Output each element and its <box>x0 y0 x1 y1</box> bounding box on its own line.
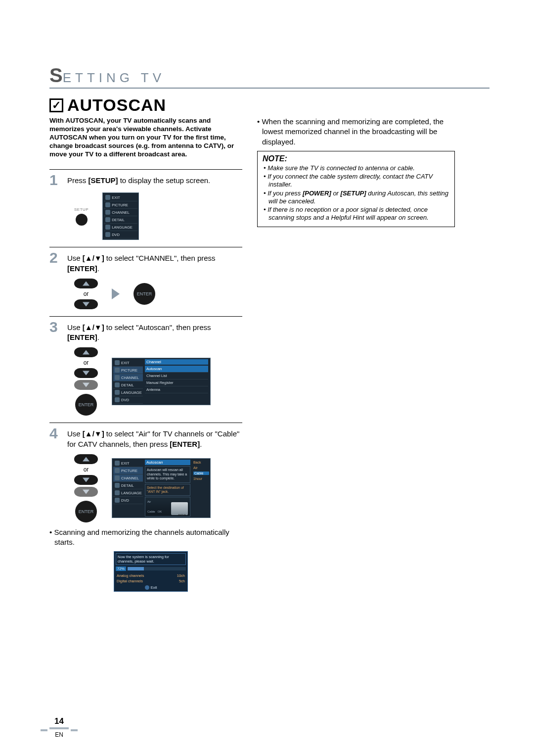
detail-icon <box>115 483 120 488</box>
osd-main-item: Autoscan <box>145 366 208 373</box>
up-down-buttons: or <box>74 279 98 309</box>
down-arrow-icon <box>74 475 98 485</box>
language-icon <box>105 225 110 230</box>
dvd-icon <box>105 232 110 237</box>
osd-info-text: Select the destination of "ANT IN" jack. <box>145 484 190 496</box>
osd-sidebar-item: DVD <box>113 497 143 504</box>
up-arrow-icon <box>74 347 98 357</box>
intro-text: With AUTOSCAN, your TV automatically sca… <box>49 117 242 158</box>
osd-main-item: Channel List <box>145 373 208 379</box>
section-title: SETTING TV <box>49 64 490 89</box>
osd-channel-menu: EXIT PICTURE CHANNEL DETAIL LANGUAGE DVD… <box>112 358 211 405</box>
page-footer: 14 EN <box>49 716 69 738</box>
osd-title: Channel <box>145 359 208 365</box>
enter-button-icon: ENTER <box>134 283 155 305</box>
progress-percent: 72% <box>116 567 126 571</box>
setup-label: SETUP <box>74 207 89 212</box>
page-number: 14 <box>49 716 69 729</box>
heading-row: ✓ AUTOSCAN <box>49 95 490 115</box>
osd-info-text: Autoscan will rescan all channels. This … <box>145 466 190 482</box>
detail-icon <box>105 217 110 222</box>
progress-message: Now the system is scanning for channels,… <box>116 553 186 565</box>
scan-progress-dialog: Now the system is scanning for channels,… <box>114 551 188 592</box>
osd-diagram: Air Cable OK ANT IN <box>145 497 190 517</box>
osd-sidebar-item: DVD <box>113 396 143 404</box>
picture-icon <box>115 368 120 373</box>
page-heading: AUTOSCAN <box>67 95 166 115</box>
osd-sidebar-item: PICTURE <box>113 467 143 474</box>
osd-item: CHANNEL <box>104 209 137 216</box>
note-list: Make sure the TV is connected to antenna… <box>263 164 449 222</box>
language-icon <box>115 490 120 495</box>
section-title-initial: S <box>49 64 63 86</box>
step-2: 2 Use [▲/▼] to select "CHANNEL", then pr… <box>49 247 242 309</box>
step-number: 3 <box>49 320 62 334</box>
up-arrow-icon <box>74 454 98 464</box>
osd-item: DETAIL <box>104 216 137 224</box>
step-4: 4 Use [▲/▼] to select "Air" for TV chann… <box>49 423 242 592</box>
osd-title: Autoscan <box>145 460 190 465</box>
or-label: or <box>84 290 89 297</box>
note-title: NOTE: <box>263 154 449 163</box>
step-1-text: Press [SETUP] to display the setup scree… <box>67 173 210 186</box>
channel-icon <box>115 475 120 480</box>
down-arrow-icon <box>74 380 98 390</box>
up-arrow-icon <box>74 279 98 288</box>
osd-autoscan-menu: EXIT PICTURE CHANNEL DETAIL LANGUAGE DVD… <box>112 458 211 518</box>
note-box: NOTE: Make sure the TV is connected to a… <box>257 151 455 227</box>
osd-sidebar-item: CHANNEL <box>113 374 143 381</box>
exit-row: Exit <box>116 584 186 590</box>
language-icon <box>115 390 120 395</box>
section-title-rest: ETTING TV <box>63 70 165 85</box>
exit-icon <box>145 585 149 590</box>
note-item: If there is no reception or a poor signa… <box>263 206 449 222</box>
step-number: 2 <box>49 250 62 265</box>
channel-icon <box>105 210 110 215</box>
dvd-icon <box>115 397 120 402</box>
step-number: 1 <box>49 173 62 188</box>
step-1: 1 Press [SETUP] to display the setup scr… <box>49 169 242 240</box>
step-4-text: Use [▲/▼] to select "Air" for TV channel… <box>67 426 242 449</box>
down-arrow-icon <box>74 487 98 497</box>
down-arrow-icon <box>74 299 98 309</box>
osd-item: LANGUAGE <box>104 224 137 231</box>
picture-icon <box>105 202 110 207</box>
step-number: 4 <box>49 426 62 441</box>
completion-text: When the scanning and memorizing are com… <box>262 117 455 147</box>
osd-sidebar-item: DETAIL <box>113 381 143 389</box>
osd-sidebar-item: EXIT <box>113 359 143 367</box>
exit-icon <box>115 461 120 466</box>
digital-channels-row: Digital channels 5ch <box>116 578 186 584</box>
progress-bar <box>128 567 186 570</box>
dvd-icon <box>115 498 120 503</box>
picture-icon <box>115 468 120 473</box>
step-2-text: Use [▲/▼] to select "CHANNEL", then pres… <box>67 250 242 274</box>
note-item: If you press [POWER] or [SETUP] during A… <box>263 189 449 206</box>
note-item: Make sure the TV is connected to antenna… <box>263 164 449 172</box>
checkbox-checked-icon: ✓ <box>49 98 63 112</box>
setup-button-graphic: SETUP <box>74 207 89 226</box>
osd-sidebar-item: LANGUAGE <box>113 489 143 497</box>
osd-item: DVD <box>104 231 137 238</box>
exit-icon <box>115 360 120 365</box>
osd-sidebar-item: EXIT <box>113 460 143 467</box>
note-item: If you connect the cable system directly… <box>263 173 449 189</box>
osd-item: PICTURE <box>104 201 137 209</box>
nav-enter-stack: or ENTER <box>74 454 98 522</box>
step-3: 3 Use [▲/▼] to select "Autoscan", then p… <box>49 316 242 416</box>
analog-channels-row: Analog channels 10ch <box>116 573 186 578</box>
post-step4-note: Scanning and memorizing the channels aut… <box>54 527 242 548</box>
right-column: When the scanning and memorizing are com… <box>257 117 455 592</box>
osd-main-item: Antenna <box>145 386 208 393</box>
page-lang: EN <box>49 731 69 738</box>
osd-main-item: Manual Register <box>145 379 208 386</box>
osd-setup-menu: EXIT PICTURE CHANNEL DETAIL LANGUAGE DVD <box>102 192 139 240</box>
or-label: or <box>84 359 89 366</box>
osd-sidebar-item: DETAIL <box>113 482 143 489</box>
osd-right-options: Back Air Cable 1hour <box>192 460 209 482</box>
enter-button-icon: ENTER <box>75 501 97 522</box>
or-label: or <box>84 466 89 473</box>
exit-icon <box>105 195 110 200</box>
nav-enter-stack: or ENTER <box>74 347 98 416</box>
left-column: With AUTOSCAN, your TV automatically sca… <box>49 117 242 592</box>
